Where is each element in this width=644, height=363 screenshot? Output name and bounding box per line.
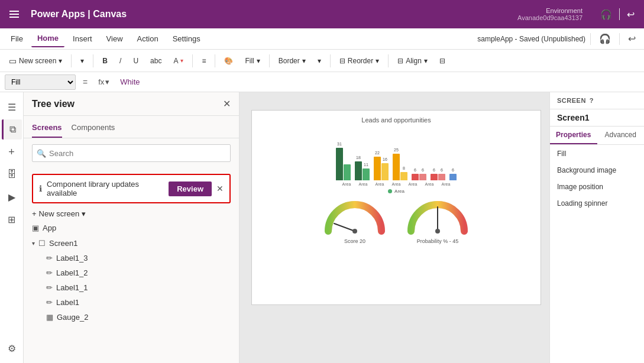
menu-action[interactable]: Action (131, 31, 164, 47)
tree-panel-close-button[interactable]: ✕ (223, 98, 231, 109)
variables-icon[interactable]: ⚙ (2, 338, 22, 358)
bar-chart: 31 18 11 (330, 127, 462, 180)
more-button[interactable]: ⊟ (434, 54, 451, 68)
toolbar-divider-3 (192, 54, 193, 67)
align-button[interactable]: ≡ (196, 54, 211, 68)
formula-property-select[interactable]: Fill (5, 74, 76, 90)
bar-3b: 16 (381, 163, 389, 180)
menu-home[interactable]: Home (31, 30, 64, 47)
prop-background-image: Background image (557, 166, 637, 174)
new-screen-chevron: ▾ (82, 209, 86, 218)
plus-icon: + (32, 209, 37, 218)
bar-group-2: 18 11 (355, 161, 370, 180)
tree-item-screen1[interactable]: ▾ ☐ Screen1 ··· (24, 235, 239, 251)
toolbar-divider-7 (388, 54, 389, 67)
tree-panel-title: Tree view (32, 99, 75, 109)
tab-advanced[interactable]: Advanced (597, 127, 645, 144)
main-area: ☰ ⧉ + 🗄 ▶ ⊞ ⚙ Tree view ✕ Screens Compon… (0, 92, 644, 363)
app-title: Power Apps | Canvas (31, 9, 127, 20)
label1: Label1 (56, 298, 231, 307)
menu-settings[interactable]: Settings (167, 31, 206, 47)
legend-dot (388, 189, 392, 193)
bar-4b: 8 (400, 172, 407, 180)
right-panel: SCREEN ? Screen1 Properties Advanced Fil… (549, 92, 644, 363)
tree-item-app[interactable]: ▣ App (24, 221, 239, 235)
tab-properties[interactable]: Properties (550, 127, 597, 144)
gauge-1-label: Score 20 (344, 238, 365, 244)
bar-1a: 31 (336, 148, 343, 180)
menu-divider (590, 33, 591, 45)
headset-icon[interactable]: 🎧 (596, 32, 614, 46)
canvas-area: Leads and opportunities 31 18 (240, 92, 549, 363)
toolbar-divider-1 (71, 54, 72, 67)
hamburger-icon[interactable]: ☰ (2, 97, 22, 117)
menu-file[interactable]: File (5, 31, 29, 47)
menu-view[interactable]: View (101, 31, 129, 47)
menu-bar: File Home Insert View Action Settings sa… (0, 28, 644, 50)
new-screen-tree-button[interactable]: + New screen ▾ (24, 207, 94, 221)
notification-close-button[interactable]: ✕ (216, 184, 224, 193)
env-value: Avanade0d9caa43137 (517, 14, 582, 21)
chevron-down-button[interactable]: ▾ (312, 54, 326, 68)
tree-item-label1-2[interactable]: ✏ Label1_2 (24, 265, 239, 280)
tree-panel: Tree view ✕ Screens Components 🔍 ℹ Compo… (24, 92, 240, 363)
fill-button[interactable]: Fill ▾ (240, 54, 265, 68)
search-input[interactable] (32, 144, 231, 162)
new-screen-tree-label: New screen (39, 209, 80, 218)
bar-1b (344, 164, 351, 180)
tree-item-gauge2[interactable]: ▦ Gauge_2 (24, 310, 239, 325)
tab-components[interactable]: Components (72, 121, 115, 138)
screen-icon: ☐ (38, 239, 46, 248)
layers-icon[interactable]: ⧉ (2, 119, 22, 140)
tree-item-label1-1[interactable]: ✏ Label1_1 (24, 280, 239, 295)
italic-button[interactable]: / (114, 54, 127, 68)
menu-divider-2 (619, 33, 620, 45)
border-button[interactable]: Border ▾ (273, 54, 311, 68)
align-pos-button[interactable]: ⊟ Align ▾ (392, 54, 433, 68)
tree-search: 🔍 (32, 144, 231, 162)
font-color-button[interactable]: A ▾ (168, 54, 189, 68)
tree-item-label1-3[interactable]: ✏ Label1_3 (24, 251, 239, 265)
toolbar-dropdown-1[interactable]: ▾ (75, 54, 89, 68)
add-circle-icon[interactable]: + (2, 142, 22, 162)
strikethrough-button[interactable]: abc (145, 54, 167, 68)
bar-4a: 25 (393, 154, 400, 180)
tree-panel-header: Tree view ✕ (24, 92, 239, 116)
menu-insert[interactable]: Insert (67, 31, 98, 47)
tree-item-label1[interactable]: ✏ Label1 (24, 295, 239, 310)
label1-3: Label1_3 (56, 254, 231, 262)
paint-bucket-icon[interactable]: 🎨 (219, 54, 238, 68)
bar-6b: 6 (438, 174, 445, 180)
toolbar-divider-2 (93, 54, 93, 67)
right-panel-properties: Fill Background image Image position Loa… (550, 145, 644, 212)
screen-section-label: SCREEN (557, 97, 586, 104)
formula-fx-button[interactable]: fx ▾ (95, 77, 113, 86)
new-screen-chevron: ▾ (59, 57, 62, 65)
waffle-icon[interactable] (7, 8, 21, 20)
tree-tabs: Screens Components (24, 116, 239, 138)
data-icon[interactable]: 🗄 (2, 164, 22, 184)
bar-3a: 22 (374, 157, 381, 180)
undo-menu-icon[interactable]: ↩ (624, 32, 639, 46)
feedback-icon[interactable]: 🎧 (598, 7, 614, 22)
review-button[interactable]: Review (169, 182, 212, 196)
media-icon[interactable]: ▶ (2, 187, 22, 207)
bar-group-3: 22 16 (374, 157, 389, 180)
gauge-icon: ▦ (46, 313, 53, 322)
new-screen-button[interactable]: ▭ New screen ▾ (4, 53, 67, 69)
label-icon-3: ✏ (46, 283, 53, 292)
gauge-2: Probability % - 45 (405, 199, 470, 244)
bar-group-7: 6 (449, 174, 457, 180)
new-screen-label: New screen (19, 57, 56, 65)
components-icon[interactable]: ⊞ (2, 209, 22, 229)
screen-icon: ▭ (9, 56, 17, 66)
underline-button[interactable]: U (128, 54, 144, 68)
bold-button[interactable]: B (97, 54, 113, 68)
tab-screens[interactable]: Screens (32, 121, 62, 138)
formula-input[interactable] (118, 74, 639, 90)
reorder-button[interactable]: ⊟ Reorder ▾ (334, 54, 384, 68)
prop-image-position: Image position (557, 183, 637, 191)
info-icon: ℹ (39, 184, 42, 193)
undo-icon[interactable]: ↩ (624, 7, 637, 22)
sidebar-icons: ☰ ⧉ + 🗄 ▶ ⊞ ⚙ (0, 92, 24, 363)
